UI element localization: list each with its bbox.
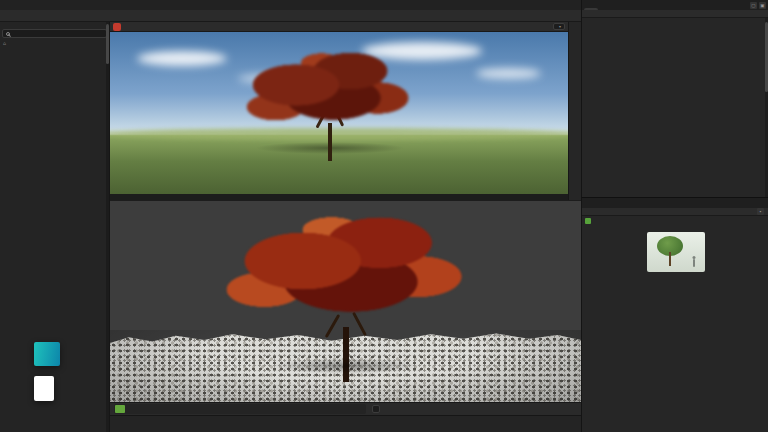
tree-foliage <box>245 43 415 143</box>
cloud <box>476 68 541 79</box>
size-mode-dropdown[interactable]: ▾ <box>553 23 565 30</box>
objects-panel: ▢ ▣ <box>581 0 768 197</box>
panel-options-icon[interactable]: ▣ <box>759 2 766 9</box>
lock-icon[interactable]: ▪ <box>757 208 764 215</box>
maple-tree-render <box>245 43 415 163</box>
view-side-toolbar <box>568 22 581 200</box>
main-toolbar <box>0 10 581 22</box>
playhead[interactable] <box>115 405 125 413</box>
viewport[interactable] <box>110 200 581 402</box>
render-view: ▾ <box>110 22 568 200</box>
capsules-badge <box>34 342 60 366</box>
asset-scrollbar[interactable] <box>106 22 109 432</box>
plant-preview-image[interactable] <box>647 232 705 272</box>
asset-search-input[interactable] <box>2 29 107 38</box>
timeline-ruler[interactable] <box>114 404 366 414</box>
render-view-toolbar: ▾ <box>110 22 568 32</box>
end-frame-field[interactable] <box>372 405 380 413</box>
rendered-image[interactable] <box>110 32 568 194</box>
asset-grid <box>0 47 109 432</box>
scale-person-silhouette <box>693 259 696 267</box>
menu-bar <box>0 0 581 10</box>
chevron-down-icon: ▾ <box>559 24 561 29</box>
object-tree <box>582 18 768 197</box>
animation-toolbar <box>110 415 581 432</box>
section-header <box>582 274 768 277</box>
video-title-card <box>34 376 54 401</box>
redshift-logo-icon <box>113 23 121 31</box>
attributes-panel: ▪ <box>581 197 768 432</box>
asset-browser: ⌂ <box>0 22 110 432</box>
panel-menu-icon[interactable]: ▢ <box>750 2 757 9</box>
plant-object-icon <box>585 218 591 224</box>
search-icon <box>6 32 10 36</box>
home-icon: ⌂ <box>3 40 6 46</box>
timeline <box>110 402 581 415</box>
tree-foliage <box>226 209 466 339</box>
plant-preview-label <box>585 232 643 272</box>
tree-shadow <box>271 358 421 374</box>
